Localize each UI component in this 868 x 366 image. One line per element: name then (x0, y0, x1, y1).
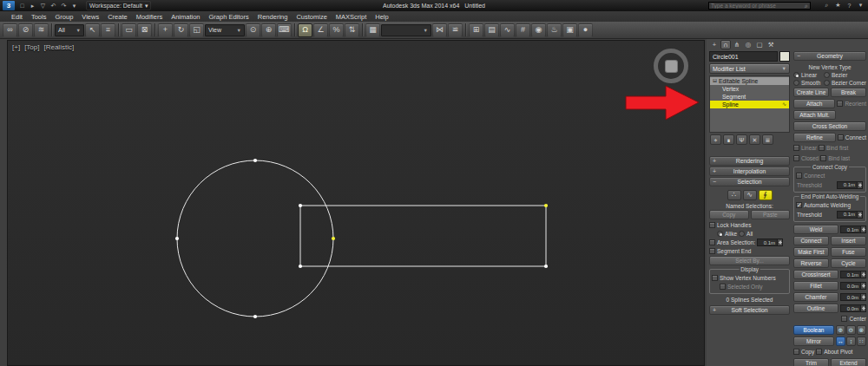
outline-button[interactable]: Outline (793, 304, 838, 313)
stack-item-segment[interactable]: Segment (710, 93, 789, 101)
about-pivot-checkbox[interactable] (816, 349, 822, 355)
percent-snap-icon[interactable]: % (329, 23, 344, 37)
align-icon[interactable]: ≌ (448, 23, 463, 37)
make-first-button[interactable]: Make First (793, 247, 829, 257)
spinner-arrows[interactable] (860, 283, 865, 289)
mirror-vertical-icon[interactable]: ↕ (846, 337, 856, 346)
viewcube[interactable] (654, 49, 688, 83)
show-end-result-icon[interactable]: ∎ (723, 134, 734, 145)
area-selection-spinner[interactable]: 0.1m (757, 239, 783, 246)
tab-create[interactable]: + (709, 40, 720, 49)
bezier-corner-radio[interactable] (824, 80, 830, 86)
weld-threshold-spinner[interactable]: 0.1m (837, 211, 863, 219)
menu-item[interactable]: Help (371, 11, 392, 22)
spline-vertex[interactable] (253, 159, 257, 162)
refine-connect-checkbox[interactable] (838, 134, 844, 141)
select-and-link-icon[interactable]: ∞ (3, 23, 17, 37)
paste-named-selection-button[interactable]: Paste (751, 210, 791, 219)
refine-button[interactable]: Refine (793, 133, 836, 142)
rollout-geometry[interactable]: − Geometry (793, 51, 866, 61)
menu-item[interactable]: Edit (7, 11, 27, 22)
redo-icon[interactable]: ↷ (59, 2, 69, 10)
tree-expand-icon[interactable]: ⊟ (713, 77, 717, 85)
spline-vertex[interactable] (299, 265, 302, 268)
menu-item[interactable]: Tools (27, 11, 51, 22)
mirror-copy-checkbox[interactable] (793, 349, 799, 355)
weld-button[interactable]: Weld (793, 225, 838, 234)
menu-item[interactable]: Group (50, 11, 77, 22)
attach-button[interactable]: Attach (793, 99, 835, 108)
help-icon[interactable]: ? (845, 1, 854, 10)
select-by-button[interactable]: Select By... (709, 256, 790, 265)
spline-vertex[interactable] (175, 237, 179, 240)
lock-handles-checkbox[interactable] (709, 222, 715, 228)
rollout-rendering[interactable]: + Rendering (709, 156, 790, 166)
window-crossing-icon[interactable]: ⊠ (137, 23, 152, 37)
break-button[interactable]: Break (831, 88, 866, 97)
snaps-toggle-icon[interactable]: Ω (298, 23, 312, 37)
spinner-snap-icon[interactable]: ⇅ (345, 23, 359, 37)
mirror-button[interactable]: Mirror (793, 337, 834, 346)
trim-button[interactable]: Trim (793, 358, 829, 366)
reorient-checkbox[interactable] (837, 101, 843, 107)
segment-end-checkbox[interactable] (709, 248, 715, 254)
mirror-horizontal-icon[interactable]: ↔ (836, 337, 845, 346)
object-color-swatch[interactable] (779, 51, 790, 62)
boolean-union-icon[interactable]: ⊕ (836, 325, 845, 335)
menu-item[interactable]: Modifiers (132, 11, 167, 22)
copy-named-selection-button[interactable]: Copy (709, 210, 749, 219)
closed-checkbox[interactable] (793, 155, 799, 161)
cross-insert-spinner[interactable]: 0.1m (840, 271, 866, 278)
cross-section-button[interactable]: Cross Section (793, 121, 866, 131)
bind-last-checkbox[interactable] (820, 155, 826, 161)
spinner-arrows[interactable] (860, 226, 865, 232)
connect-copy-threshold-spinner[interactable]: 0.1m (837, 181, 863, 189)
reference-coordinate-dropdown[interactable]: View▼ (205, 24, 245, 36)
tab-display[interactable]: ▢ (754, 40, 765, 49)
insert-button[interactable]: Insert (831, 236, 866, 245)
tab-motion[interactable]: ◎ (743, 40, 753, 49)
undo-icon[interactable]: ↶ (49, 2, 58, 10)
menu-item[interactable]: MAXScript (332, 11, 371, 22)
remove-modifier-icon[interactable]: ✕ (749, 134, 760, 145)
connect-copy-checkbox[interactable] (796, 173, 802, 179)
spinner-arrows[interactable] (857, 182, 862, 188)
stack-item-editable-spline[interactable]: ⊟ Editable Spline (710, 77, 789, 85)
use-pivot-center-icon[interactable]: ⊙ (246, 23, 260, 37)
vertex-level-button[interactable]: ∴ (727, 190, 741, 200)
boolean-subtract-icon[interactable]: ⊖ (846, 325, 856, 335)
viewcube-top-face[interactable] (665, 60, 678, 73)
menu-item[interactable]: Create (103, 11, 132, 22)
mirror-icon[interactable]: ⋈ (432, 23, 447, 37)
select-object-icon[interactable]: ↖ (85, 23, 100, 37)
save-file-icon[interactable]: ▽ (38, 2, 48, 10)
spinner-arrows[interactable] (860, 271, 865, 278)
bind-to-space-warp-icon[interactable]: ≋ (34, 23, 49, 37)
named-selection-sets-dropdown[interactable]: ▼ (381, 24, 431, 36)
spline-vertex[interactable] (544, 204, 548, 207)
fillet-spinner[interactable]: 0.0m (840, 282, 866, 290)
rollout-selection[interactable]: − Selection (709, 177, 790, 186)
menu-item[interactable]: Customize (292, 11, 331, 22)
unlink-selection-icon[interactable]: ⊘ (18, 23, 33, 37)
viewport-menu-label[interactable]: [Realistic] (43, 43, 74, 51)
viewport-top[interactable]: [+][Top][Realistic] (7, 40, 705, 366)
spinner-arrows[interactable] (860, 305, 865, 311)
segment-level-button[interactable]: ∿ (743, 190, 757, 200)
linear-radio[interactable] (793, 72, 799, 78)
configure-modifier-sets-icon[interactable]: ≣ (762, 134, 773, 145)
viewport-menu-label[interactable]: [+] (12, 43, 20, 51)
select-and-scale-icon[interactable]: ◱ (189, 23, 204, 37)
favorites-icon[interactable]: ★ (833, 1, 843, 10)
create-line-button[interactable]: Create Line (793, 88, 829, 97)
angle-snap-icon[interactable]: ∠ (313, 23, 328, 37)
center-checkbox[interactable] (841, 316, 847, 322)
select-and-manipulate-icon[interactable]: ⊕ (261, 23, 276, 37)
fillet-button[interactable]: Fillet (793, 281, 838, 291)
smooth-radio[interactable] (793, 80, 799, 86)
extend-button[interactable]: Extend (831, 358, 866, 366)
workspace-dropdown[interactable]: Workspace: Default ▾ (86, 1, 151, 10)
mirror-both-icon[interactable]: ∷ (857, 337, 866, 346)
selection-region-icon[interactable]: ▭ (122, 23, 136, 37)
select-by-name-icon[interactable]: ≡ (101, 23, 115, 37)
